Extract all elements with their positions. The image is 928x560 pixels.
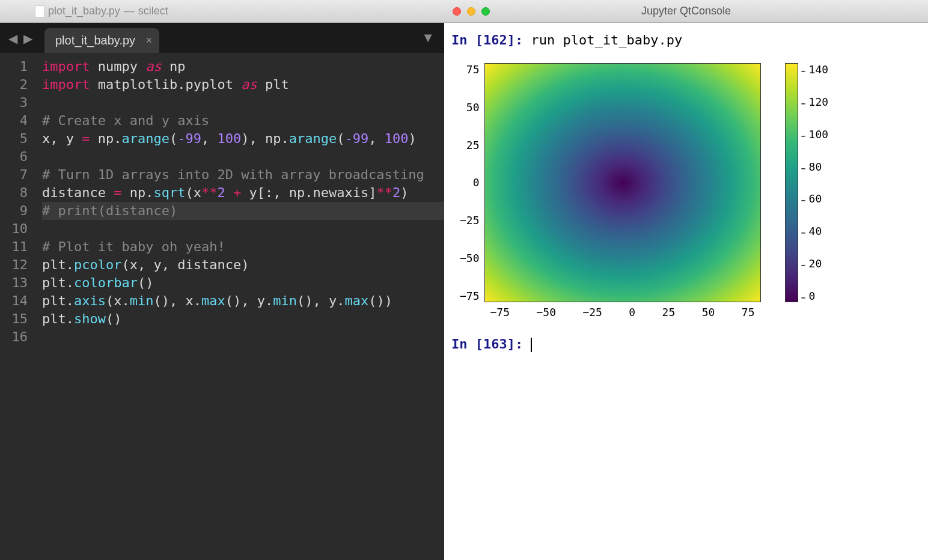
code-editor[interactable]: 12345678910111213141516 import numpy as … bbox=[0, 53, 444, 560]
command-run: run plot_it_baby.py bbox=[531, 32, 682, 47]
tab-overflow-icon[interactable]: ▼ bbox=[421, 30, 435, 46]
tab-label: plot_it_baby.py bbox=[55, 34, 135, 47]
cursor bbox=[531, 338, 532, 352]
window-title: Jupyter QtConsole bbox=[444, 5, 928, 17]
title-filename: plot_it_baby.py bbox=[48, 5, 120, 17]
console-body[interactable]: In [162]: run plot_it_baby.py 75 50 25 0… bbox=[444, 23, 928, 560]
editor-window: plot_it_baby.py — scilect ◀ ▶ plot_it_ba… bbox=[0, 0, 444, 560]
prompt-in-162: In [162]: bbox=[451, 32, 523, 47]
colorbar-gradient bbox=[785, 63, 798, 302]
colorbar-ticks: 140 120 100 80 60 40 20 0 bbox=[802, 63, 829, 302]
title-project: scilect bbox=[138, 5, 168, 17]
qtconsole-titlebar: Jupyter QtConsole bbox=[444, 0, 928, 23]
plot-output: 75 50 25 0 −25 −50 −75 −75 −50 −25 bbox=[460, 63, 921, 318]
x-axis-ticks: −75 −50 −25 0 25 50 75 bbox=[484, 306, 761, 318]
line-gutter: 12345678910111213141516 bbox=[0, 53, 36, 560]
title-sep: — bbox=[124, 5, 135, 17]
file-icon bbox=[35, 5, 44, 17]
nav-back-icon[interactable]: ◀ bbox=[8, 31, 17, 46]
close-icon[interactable]: × bbox=[146, 34, 153, 47]
qtconsole-window: Jupyter QtConsole In [162]: run plot_it_… bbox=[444, 0, 928, 560]
y-axis-ticks: 75 50 25 0 −25 −50 −75 bbox=[460, 63, 484, 302]
nav-forward-icon[interactable]: ▶ bbox=[23, 31, 32, 46]
prompt-in-163: In [163]: bbox=[451, 336, 523, 352]
editor-titlebar: plot_it_baby.py — scilect bbox=[0, 0, 444, 23]
console-line-1: In [162]: run plot_it_baby.py bbox=[451, 32, 921, 47]
code-body[interactable]: import numpy as np import matplotlib.pyp… bbox=[36, 53, 444, 560]
tab-bar: ◀ ▶ plot_it_baby.py × ▼ bbox=[0, 23, 444, 53]
colorbar: 140 120 100 80 60 40 20 0 bbox=[785, 63, 829, 302]
heatmap bbox=[484, 63, 761, 302]
console-line-2: In [163]: bbox=[451, 336, 921, 352]
tab-plot-it-baby[interactable]: plot_it_baby.py × bbox=[44, 28, 159, 53]
